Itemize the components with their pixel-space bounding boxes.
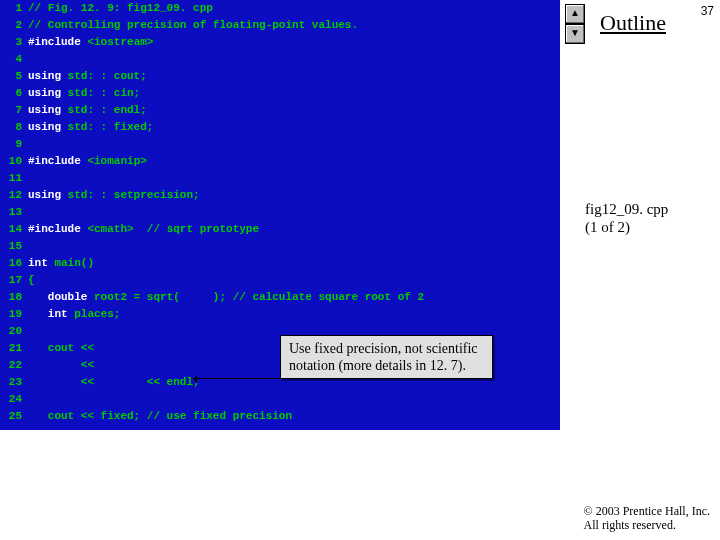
line-number: 13 bbox=[0, 204, 28, 221]
line-number: 4 bbox=[0, 51, 28, 68]
line-number: 8 bbox=[0, 119, 28, 136]
line-number: 20 bbox=[0, 323, 28, 340]
code-line: using std: : endl; bbox=[28, 102, 147, 119]
line-number: 17 bbox=[0, 272, 28, 289]
code-line: // Fig. 12. 9: fig12_09. cpp bbox=[28, 0, 213, 17]
line-number: 19 bbox=[0, 306, 28, 323]
code-line: // Controlling precision of floating-poi… bbox=[28, 17, 358, 34]
figure-label: fig12_09. cpp (1 of 2) bbox=[585, 200, 668, 236]
line-number: 24 bbox=[0, 391, 28, 408]
line-number: 14 bbox=[0, 221, 28, 238]
outline-link[interactable]: Outline bbox=[600, 10, 666, 36]
line-number: 11 bbox=[0, 170, 28, 187]
code-line: << << endl; bbox=[28, 374, 200, 391]
code-line: using std: : cout; bbox=[28, 68, 147, 85]
code-line: << bbox=[28, 357, 94, 374]
line-number: 5 bbox=[0, 68, 28, 85]
line-number: 22 bbox=[0, 357, 28, 374]
code-line: cout << bbox=[28, 340, 94, 357]
line-number: 10 bbox=[0, 153, 28, 170]
scroll-up-button[interactable]: ▲ bbox=[565, 4, 585, 24]
copyright-text: © 2003 Prentice Hall, Inc. All rights re… bbox=[584, 504, 710, 532]
code-line: int places; bbox=[28, 306, 120, 323]
line-number: 23 bbox=[0, 374, 28, 391]
callout-box: Use fixed precision, not scientific nota… bbox=[280, 335, 493, 379]
code-line: double root2 = sqrt( ); // calculate squ… bbox=[28, 289, 424, 306]
code-line: using std: : fixed; bbox=[28, 119, 153, 136]
line-number: 12 bbox=[0, 187, 28, 204]
line-number: 25 bbox=[0, 408, 28, 425]
line-number: 1 bbox=[0, 0, 28, 17]
code-line: #include <cmath> // sqrt prototype bbox=[28, 221, 259, 238]
line-number: 15 bbox=[0, 238, 28, 255]
code-line: { bbox=[28, 272, 35, 289]
code-line: #include <iomanip> bbox=[28, 153, 147, 170]
line-number: 2 bbox=[0, 17, 28, 34]
code-line: cout << fixed; // use fixed precision bbox=[28, 408, 292, 425]
line-number: 18 bbox=[0, 289, 28, 306]
code-line: using std: : setprecision; bbox=[28, 187, 200, 204]
slide-number: 37 bbox=[701, 4, 714, 18]
code-line: int main() bbox=[28, 255, 94, 272]
code-line: #include <iostream> bbox=[28, 34, 153, 51]
scroll-down-button[interactable]: ▼ bbox=[565, 24, 585, 44]
line-number: 9 bbox=[0, 136, 28, 153]
line-number: 3 bbox=[0, 34, 28, 51]
callout-arrow-icon bbox=[195, 378, 280, 379]
line-number: 6 bbox=[0, 85, 28, 102]
code-line: using std: : cin; bbox=[28, 85, 140, 102]
line-number: 16 bbox=[0, 255, 28, 272]
line-number: 7 bbox=[0, 102, 28, 119]
line-number: 21 bbox=[0, 340, 28, 357]
